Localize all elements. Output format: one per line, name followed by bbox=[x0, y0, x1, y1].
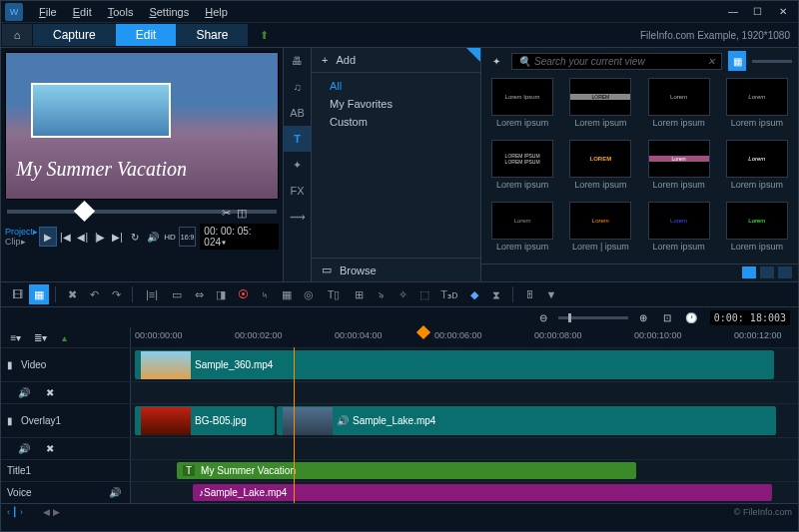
clock-icon[interactable]: 🕐 bbox=[682, 307, 700, 327]
time-remap-icon[interactable]: ⧗ bbox=[486, 284, 506, 304]
view-grid-button[interactable]: ▦ bbox=[728, 51, 746, 71]
tools-icon[interactable]: ✖ bbox=[62, 284, 82, 304]
volume-button[interactable]: 🔊 bbox=[144, 227, 161, 247]
snap-icon[interactable]: ◫ bbox=[237, 207, 247, 220]
tab-edit[interactable]: Edit bbox=[116, 24, 177, 46]
aspect-button[interactable]: 16:9 bbox=[179, 227, 197, 247]
redo-icon[interactable]: ↷ bbox=[106, 284, 126, 304]
library-thumb[interactable]: LoremLorem ipsum bbox=[642, 78, 716, 136]
library-thumb[interactable]: LoremLorem ipsum bbox=[720, 140, 794, 198]
snapshot-icon[interactable]: ▭ bbox=[167, 284, 187, 304]
pin-icon[interactable] bbox=[466, 48, 480, 62]
mute-icon[interactable]: 🔊 bbox=[15, 383, 33, 403]
tool-path[interactable]: ⟿ bbox=[284, 204, 311, 230]
menu-file[interactable]: FFileile bbox=[31, 3, 65, 21]
timeline-ruler[interactable]: 00:00:00:00 00:00:02:00 00:00:04:00 00:0… bbox=[131, 327, 798, 347]
storyboard-view-icon[interactable]: 🎞 bbox=[7, 284, 27, 304]
cut-icon[interactable]: ✂ bbox=[222, 207, 231, 220]
track-menu-icon[interactable]: ≡▾ bbox=[7, 327, 25, 347]
browse-button[interactable]: ▭Browse bbox=[312, 258, 480, 281]
tool-filter[interactable]: FX bbox=[284, 178, 311, 204]
mask-icon[interactable]: ◎ bbox=[299, 284, 319, 304]
pan-zoom-icon[interactable]: T▯ bbox=[321, 284, 347, 304]
mute-icon[interactable]: 🔊 bbox=[15, 439, 33, 459]
chroma-icon[interactable]: ✧ bbox=[393, 284, 412, 304]
library-thumb[interactable]: LoremLorem | ipsum bbox=[563, 202, 637, 260]
library-thumb[interactable]: Lorem IpsumLorem ipsum bbox=[485, 78, 559, 136]
tool-transition[interactable]: AB bbox=[284, 100, 311, 126]
clip-overlay-1[interactable]: BG-B05.jpg bbox=[135, 406, 275, 435]
lib-view-3[interactable] bbox=[778, 266, 792, 278]
subtitle-icon[interactable]: ৸ bbox=[255, 284, 275, 304]
upload-icon[interactable]: ⬆ bbox=[249, 24, 279, 46]
close-button[interactable]: ✕ bbox=[772, 3, 794, 21]
solo-icon[interactable]: ✖ bbox=[41, 439, 59, 459]
wand-icon[interactable]: ✦ bbox=[487, 51, 505, 71]
play-button[interactable]: ▶ bbox=[39, 227, 57, 247]
library-thumb[interactable]: LoremLorem ipsum bbox=[642, 202, 716, 260]
library-thumb[interactable]: LoremLorem ipsum bbox=[720, 78, 794, 136]
paint-icon[interactable]: ◆ bbox=[464, 284, 484, 304]
minimize-button[interactable]: — bbox=[722, 3, 744, 21]
tool-title[interactable]: T bbox=[284, 126, 311, 152]
playhead-marker[interactable] bbox=[74, 201, 95, 222]
timeline-view-icon[interactable]: ▦ bbox=[29, 284, 49, 304]
category-custom[interactable]: Custom bbox=[312, 113, 480, 131]
tool-graphic[interactable]: ✦ bbox=[284, 152, 311, 178]
category-all[interactable]: All bbox=[312, 77, 480, 95]
track-list-icon[interactable]: ≣▾ bbox=[31, 327, 49, 347]
timecode-display[interactable]: 00: 00: 05: 024▾ bbox=[200, 224, 279, 250]
solo-icon[interactable]: ✖ bbox=[41, 383, 59, 403]
library-thumb[interactable]: LOREMLorem ipsum bbox=[563, 78, 637, 136]
3d-title-icon[interactable]: T₃ᴅ bbox=[436, 284, 462, 304]
project-label[interactable]: Project▸ bbox=[5, 227, 39, 237]
menu-edit[interactable]: Edit bbox=[65, 3, 100, 21]
lib-view-1[interactable] bbox=[742, 266, 756, 278]
hand-icon[interactable]: ৯ bbox=[371, 284, 391, 304]
scroll-left-icon[interactable]: ‹ ┃ › bbox=[7, 507, 23, 517]
tool-media[interactable]: 🖶 bbox=[284, 48, 311, 74]
multicam-icon[interactable]: ▦ bbox=[277, 284, 297, 304]
menu-help[interactable]: Help bbox=[197, 3, 236, 21]
scroll-h-icon[interactable]: ◀ ▶ bbox=[43, 507, 60, 517]
step-fwd-button[interactable]: |▶ bbox=[91, 227, 108, 247]
ducking-icon[interactable]: ▼ bbox=[541, 284, 561, 304]
library-thumb[interactable]: LoremLorem ipsum bbox=[642, 140, 716, 198]
tool-audio[interactable]: ♫ bbox=[284, 74, 311, 100]
fit-icon[interactable]: ⊡ bbox=[658, 307, 676, 327]
mixer-icon[interactable]: 🎚 bbox=[519, 284, 539, 304]
library-thumb[interactable]: LOREM IPSUMLOREM IPSUMLorem ipsum bbox=[485, 140, 559, 198]
lib-view-2[interactable] bbox=[760, 266, 774, 278]
search-input[interactable]: 🔍Search your current view ✕ bbox=[511, 53, 722, 70]
preview-viewport[interactable]: My Summer Vacation bbox=[5, 52, 279, 200]
undo-icon[interactable]: ↶ bbox=[84, 284, 104, 304]
timeline-playhead[interactable] bbox=[416, 325, 430, 339]
motion-icon[interactable]: ⬚ bbox=[414, 284, 434, 304]
clip-overlay-2[interactable]: 🔊Sample_Lake.mp4 bbox=[277, 406, 776, 435]
clip-video[interactable]: Sample_360.mp4 bbox=[135, 350, 774, 379]
library-thumb[interactable]: LoremLorem ipsum bbox=[720, 202, 794, 260]
track-motion-icon[interactable]: ⦿ bbox=[233, 284, 253, 304]
menu-tools[interactable]: Tools bbox=[100, 3, 142, 21]
clip-label[interactable]: Clip▸ bbox=[5, 237, 39, 247]
video-track-icon[interactable]: ▮ bbox=[7, 359, 13, 370]
tab-share[interactable]: Share bbox=[176, 24, 248, 46]
track-up-icon[interactable]: ▴ bbox=[55, 327, 73, 347]
overlay-track-icon[interactable]: ▮ bbox=[7, 415, 13, 426]
step-back-button[interactable]: ◀| bbox=[74, 227, 91, 247]
zoom-in-icon[interactable]: ⊕ bbox=[634, 307, 652, 327]
maximize-button[interactable]: ☐ bbox=[747, 3, 769, 21]
add-category-button[interactable]: +Add bbox=[312, 48, 480, 73]
hd-button[interactable]: HD bbox=[161, 227, 178, 247]
record-icon[interactable]: |≡| bbox=[139, 284, 165, 304]
clip-voice[interactable]: ♪ Sample_Lake.mp4 bbox=[193, 484, 772, 501]
split-screen-icon[interactable]: ⊞ bbox=[349, 284, 369, 304]
resize-icon[interactable]: ⇔ bbox=[189, 284, 209, 304]
home-button[interactable]: ⌂ bbox=[2, 24, 32, 46]
library-thumb[interactable]: LoremLorem ipsum bbox=[485, 202, 559, 260]
timeline-zoom-slider[interactable] bbox=[558, 316, 628, 319]
marker-icon[interactable]: ◨ bbox=[211, 284, 231, 304]
menu-settings[interactable]: Settings bbox=[141, 3, 197, 21]
mute-icon[interactable]: 🔊 bbox=[106, 483, 124, 503]
category-favorites[interactable]: My Favorites bbox=[312, 95, 480, 113]
